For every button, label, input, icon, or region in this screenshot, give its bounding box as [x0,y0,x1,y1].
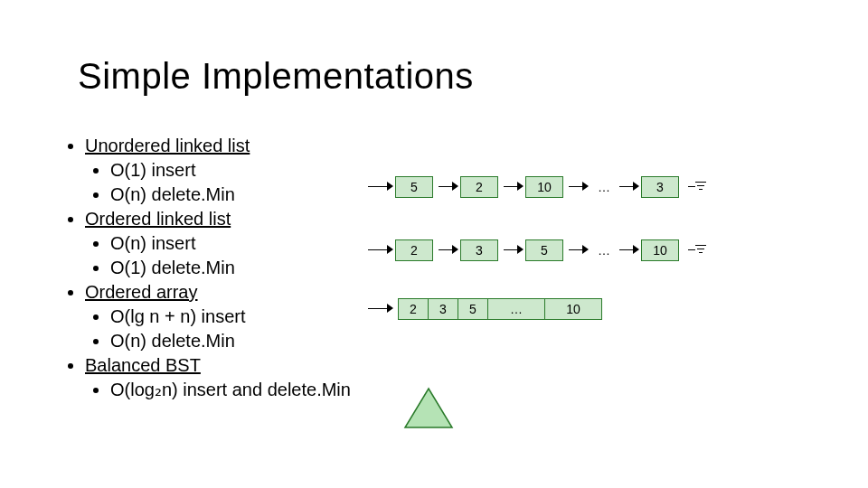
null-terminator-icon [688,240,706,260]
bullet-2: Ordered linked list [85,209,231,229]
svg-marker-0 [405,389,452,427]
arrow-icon [618,240,639,260]
arrow-icon [437,240,458,260]
list-node: 2 [460,176,498,198]
ellipsis: … [592,243,616,258]
list-node: 10 [525,176,563,198]
list-node: 5 [395,176,433,198]
array-cell: 5 [458,298,488,320]
bullet-3: Ordered array [85,282,198,302]
list-node: 5 [525,239,563,261]
bullet-2-sub-2: O(1) delete.Min [110,256,351,280]
bullet-4-sub-1: O(log₂n) insert and delete.Min [110,378,351,402]
bullet-2-sub-1: O(n) insert [110,231,351,256]
arrow-icon [366,299,393,319]
arrow-icon [437,177,458,197]
array-cell: 2 [398,298,429,320]
arrow-icon [502,240,524,260]
arrow-icon [366,177,393,197]
bullet-1: Unordered linked list [85,136,250,155]
arrow-icon [567,177,589,197]
array-cell: … [487,298,545,320]
bullet-list: Unordered linked list O(1) insert O(n) d… [65,134,351,402]
list-node: 3 [641,176,679,198]
null-terminator-icon [688,177,706,197]
array-cell: 10 [544,298,602,320]
slide-title: Simple Implementations [78,56,474,97]
ordered-linked-list-diagram: 2 3 5 … 10 [366,235,706,266]
ellipsis: … [592,180,616,194]
array-cell: 3 [428,298,458,320]
arrow-icon [618,177,639,197]
bullet-1-sub-1: O(1) insert [110,158,351,183]
list-node: 2 [395,239,433,261]
bullet-3-sub-2: O(n) delete.Min [110,329,351,353]
bullet-4: Balanced BST [85,355,201,375]
list-node: 3 [460,239,498,261]
bullet-3-sub-1: O(lg n + n) insert [110,305,351,329]
bst-triangle-icon [402,387,455,430]
list-node: 10 [641,239,679,261]
arrow-icon [567,240,589,260]
ordered-array-diagram: 2 3 5 … 10 [366,298,706,320]
arrow-icon [502,177,524,197]
unordered-linked-list-diagram: 5 2 10 … 3 [366,172,706,202]
bullet-1-sub-2: O(n) delete.Min [110,183,351,207]
arrow-icon [366,240,393,260]
